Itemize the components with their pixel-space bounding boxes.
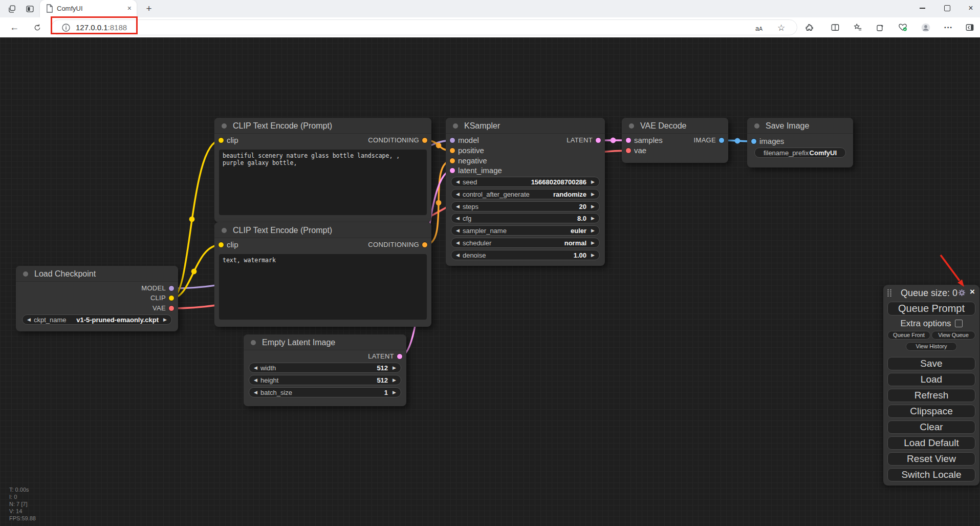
next-arrow-icon[interactable]: ▶ bbox=[591, 225, 595, 236]
save-button[interactable]: Save bbox=[887, 357, 975, 370]
widget-steps[interactable]: ◀steps20▶ bbox=[451, 201, 600, 212]
widget-control-after-generate[interactable]: ◀control_after_generaterandomize▶ bbox=[451, 189, 600, 199]
port-latent-out[interactable] bbox=[397, 353, 403, 360]
collapse-dot[interactable] bbox=[222, 123, 227, 129]
port-model-in[interactable] bbox=[449, 137, 455, 143]
prev-arrow-icon[interactable]: ◀ bbox=[456, 189, 460, 199]
window-minimize-button[interactable] bbox=[910, 0, 934, 16]
drag-handle-icon[interactable] bbox=[887, 289, 892, 297]
extra-options-checkbox[interactable] bbox=[955, 320, 963, 327]
next-arrow-icon[interactable]: ▶ bbox=[393, 363, 396, 373]
widget-scheduler[interactable]: ◀schedulernormal▶ bbox=[451, 238, 600, 248]
prev-arrow-icon[interactable]: ◀ bbox=[456, 225, 460, 236]
menu-close-icon[interactable]: × bbox=[970, 287, 975, 297]
browser-essentials-icon[interactable] bbox=[895, 17, 910, 37]
port-clip-in[interactable] bbox=[218, 137, 224, 143]
sidebar-toggle-icon[interactable] bbox=[962, 17, 977, 37]
next-arrow-icon[interactable]: ▶ bbox=[393, 375, 396, 385]
node-clip-text-encode-positive[interactable]: CLIP Text Encode (Prompt) clip CONDITION… bbox=[214, 118, 431, 222]
next-arrow-icon[interactable]: ▶ bbox=[163, 314, 167, 325]
collapse-dot[interactable] bbox=[754, 123, 759, 129]
address-bar[interactable]: 127.0.0.1:8188 aA ☆ bbox=[51, 19, 797, 35]
port-latent-in[interactable] bbox=[449, 167, 455, 174]
comfy-menu-header[interactable]: Queue size: 0 × bbox=[883, 285, 979, 300]
widget-height[interactable]: ◀height512▶ bbox=[249, 375, 401, 385]
node-clip-text-encode-negative[interactable]: CLIP Text Encode (Prompt) clip CONDITION… bbox=[214, 222, 431, 327]
widget-ckpt-name[interactable]: ◀ ckpt_name v1-5-pruned-emaonly.ckpt ▶ bbox=[22, 314, 172, 325]
prev-arrow-icon[interactable]: ◀ bbox=[456, 238, 460, 248]
site-info-icon[interactable] bbox=[62, 24, 70, 32]
port-conditioning-out[interactable] bbox=[422, 242, 428, 248]
port-latent-out[interactable] bbox=[595, 137, 601, 143]
prev-arrow-icon[interactable]: ◀ bbox=[456, 201, 460, 212]
prev-arrow-icon[interactable]: ◀ bbox=[456, 250, 460, 260]
widget-batch-size[interactable]: ◀batch_size1▶ bbox=[249, 387, 401, 397]
port-vae-out[interactable] bbox=[168, 305, 175, 311]
prompt-textarea[interactable]: text, watermark bbox=[219, 254, 427, 320]
node-ksampler[interactable]: KSampler model LATENT positive negative … bbox=[446, 118, 605, 266]
view-history-button[interactable]: View History bbox=[906, 342, 957, 351]
view-queue-button[interactable]: View Queue bbox=[931, 331, 975, 340]
clipspace-button[interactable]: Clipspace bbox=[887, 405, 975, 418]
vertical-tabs-icon[interactable] bbox=[22, 0, 37, 17]
window-close-button[interactable]: × bbox=[959, 0, 980, 16]
collapse-dot[interactable] bbox=[222, 228, 227, 233]
port-clip-out[interactable] bbox=[168, 295, 175, 301]
split-screen-icon[interactable] bbox=[827, 17, 843, 37]
widget-denoise[interactable]: ◀denoise1.00▶ bbox=[451, 250, 600, 260]
refresh-button[interactable] bbox=[30, 17, 45, 37]
next-arrow-icon[interactable]: ▶ bbox=[591, 238, 595, 248]
port-negative-in[interactable] bbox=[449, 158, 455, 164]
favorite-star-icon[interactable]: ☆ bbox=[777, 23, 785, 33]
queue-prompt-button[interactable]: Queue Prompt bbox=[887, 302, 975, 315]
prev-arrow-icon[interactable]: ◀ bbox=[27, 314, 31, 325]
port-image-out[interactable] bbox=[718, 137, 725, 143]
port-vae-in[interactable] bbox=[625, 148, 631, 154]
prev-arrow-icon[interactable]: ◀ bbox=[254, 375, 257, 385]
collections-icon[interactable] bbox=[873, 17, 888, 37]
widget-sampler-name[interactable]: ◀sampler_nameeuler▶ bbox=[451, 225, 600, 236]
widget-cfg[interactable]: ◀cfg8.0▶ bbox=[451, 213, 600, 223]
new-tab-button[interactable]: + bbox=[141, 0, 157, 17]
prev-arrow-icon[interactable]: ◀ bbox=[254, 387, 257, 397]
browser-tab-comfyui[interactable]: ComfyUI × bbox=[40, 0, 137, 17]
port-clip-in[interactable] bbox=[218, 242, 224, 248]
widget-seed[interactable]: ◀seed156680208700286▶ bbox=[451, 177, 600, 187]
node-empty-latent-image[interactable]: Empty Latent Image LATENT ◀width512▶ ◀he… bbox=[244, 334, 406, 406]
next-arrow-icon[interactable]: ▶ bbox=[591, 250, 595, 260]
window-maximize-button[interactable] bbox=[935, 0, 959, 16]
next-arrow-icon[interactable]: ▶ bbox=[591, 201, 595, 212]
favorites-hub-icon[interactable] bbox=[850, 17, 865, 37]
next-arrow-icon[interactable]: ▶ bbox=[591, 177, 595, 187]
prev-arrow-icon[interactable]: ◀ bbox=[456, 177, 460, 187]
next-arrow-icon[interactable]: ▶ bbox=[591, 189, 595, 199]
next-arrow-icon[interactable]: ▶ bbox=[393, 387, 396, 397]
port-model-out[interactable] bbox=[168, 285, 175, 291]
graph-canvas[interactable]: Load Checkpoint MODEL CLIP VAE ◀ ckpt_na… bbox=[0, 37, 980, 526]
back-button[interactable]: ← bbox=[7, 17, 22, 37]
port-samples-in[interactable] bbox=[625, 137, 631, 143]
settings-gear-icon[interactable] bbox=[958, 289, 966, 297]
port-conditioning-out[interactable] bbox=[422, 137, 428, 143]
prev-arrow-icon[interactable]: ◀ bbox=[254, 363, 257, 373]
load-button[interactable]: Load bbox=[887, 373, 975, 386]
comfy-menu[interactable]: Queue size: 0 × Queue Prompt Extra optio… bbox=[883, 285, 979, 486]
node-vae-decode[interactable]: VAE Decode samples IMAGE vae bbox=[622, 118, 728, 163]
prompt-textarea[interactable]: beautiful scenery nature glass bottle la… bbox=[219, 150, 427, 215]
profile-avatar[interactable] bbox=[918, 17, 933, 37]
widget-width[interactable]: ◀width512▶ bbox=[249, 363, 401, 373]
load-default-button[interactable]: Load Default bbox=[887, 436, 975, 450]
translate-icon[interactable]: aA bbox=[755, 25, 763, 32]
reset-view-button[interactable]: Reset View bbox=[887, 452, 975, 466]
collapse-dot[interactable] bbox=[453, 123, 458, 129]
workspaces-icon[interactable] bbox=[4, 0, 19, 17]
node-load-checkpoint[interactable]: Load Checkpoint MODEL CLIP VAE ◀ ckpt_na… bbox=[16, 266, 178, 331]
switch-locale-button[interactable]: Switch Locale bbox=[887, 468, 975, 481]
collapse-dot[interactable] bbox=[251, 340, 256, 345]
settings-more-icon[interactable]: ··· bbox=[941, 17, 956, 37]
queue-front-button[interactable]: Queue Front bbox=[887, 331, 930, 340]
port-images-in[interactable] bbox=[751, 138, 757, 144]
prev-arrow-icon[interactable]: ◀ bbox=[456, 213, 460, 223]
collapse-dot[interactable] bbox=[629, 123, 634, 129]
next-arrow-icon[interactable]: ▶ bbox=[591, 213, 595, 223]
